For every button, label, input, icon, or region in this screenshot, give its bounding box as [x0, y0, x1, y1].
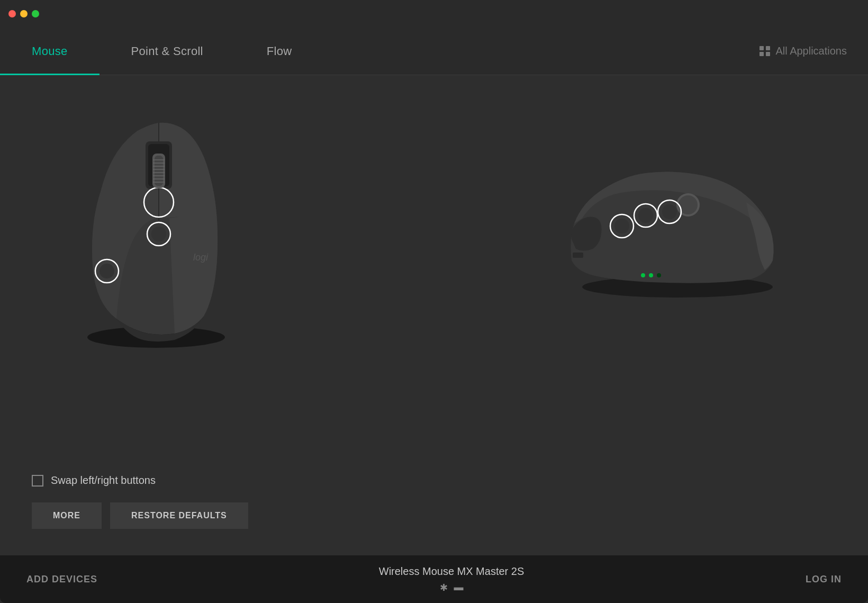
titlebar: [0, 0, 868, 28]
login-button[interactable]: LOG IN: [806, 574, 842, 585]
main-content: logi: [0, 75, 868, 555]
minimize-button[interactable]: [20, 10, 28, 17]
svg-point-23: [657, 273, 661, 277]
restore-defaults-button[interactable]: RESTORE DEFAULTS: [110, 502, 248, 529]
svg-text:logi: logi: [193, 252, 209, 263]
svg-point-29: [638, 208, 653, 223]
swap-buttons-row: Swap left/right buttons: [32, 474, 836, 487]
svg-point-31: [662, 204, 677, 219]
swap-label: Swap left/right buttons: [51, 474, 156, 487]
tab-mouse[interactable]: Mouse: [0, 28, 100, 75]
footer: ADD DEVICES Wireless Mouse MX Master 2S …: [0, 555, 868, 603]
add-devices-button[interactable]: ADD DEVICES: [26, 574, 97, 585]
svg-point-16: [151, 227, 166, 241]
battery-icon: ▬: [454, 582, 464, 593]
all-applications-button[interactable]: All Applications: [738, 45, 868, 57]
mouse-front-view: logi: [64, 96, 249, 353]
device-status-icons: ✱ ▬: [379, 582, 525, 593]
action-buttons: MORE RESTORE DEFAULTS: [32, 502, 836, 529]
tab-flow[interactable]: Flow: [235, 28, 324, 75]
mouse-visualization-area: logi: [32, 91, 836, 474]
apps-grid-icon: [760, 46, 770, 57]
svg-point-22: [649, 273, 653, 277]
connection-icon: ✱: [440, 582, 448, 593]
svg-point-21: [641, 273, 645, 277]
mouse-side-view: [540, 133, 804, 305]
svg-rect-32: [573, 253, 583, 258]
device-info: Wireless Mouse MX Master 2S ✱ ▬: [379, 565, 525, 593]
close-button[interactable]: [8, 10, 16, 17]
svg-point-18: [100, 264, 114, 278]
nav-tabs: Mouse Point & Scroll Flow All Applicatio…: [0, 28, 868, 75]
svg-point-27: [614, 219, 629, 233]
device-name: Wireless Mouse MX Master 2S: [379, 565, 525, 578]
tab-point-scroll[interactable]: Point & Scroll: [100, 28, 235, 75]
swap-checkbox[interactable]: [32, 475, 43, 487]
maximize-button[interactable]: [32, 10, 39, 17]
more-button[interactable]: MORE: [32, 502, 102, 529]
controls-area: Swap left/right buttons MORE RESTORE DEF…: [32, 474, 836, 539]
